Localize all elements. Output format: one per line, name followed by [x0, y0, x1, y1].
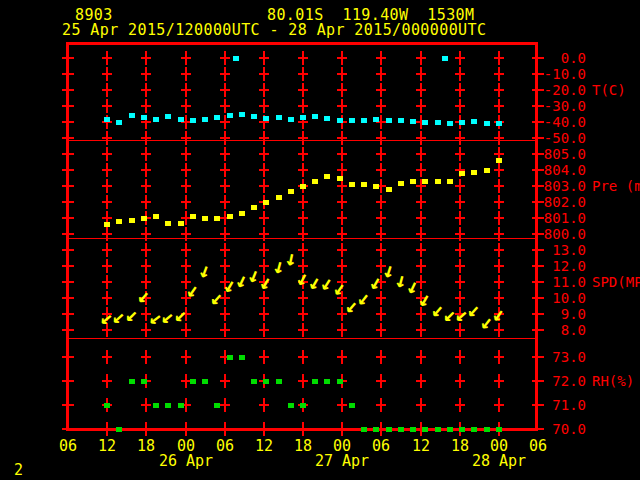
- grid-cross-h: [259, 404, 269, 406]
- grid-cross-h: [494, 185, 504, 187]
- humidity-point: [104, 403, 110, 408]
- grid-cross-h: [337, 217, 347, 219]
- temperature-point: [178, 117, 184, 122]
- axis-tick-left: [62, 404, 74, 406]
- grid-cross-h: [220, 73, 230, 75]
- temperature-point: [288, 117, 294, 122]
- grid-cross-h: [298, 137, 308, 139]
- axis-tick-left: [62, 313, 74, 315]
- axis-tick-left: [62, 137, 74, 139]
- y-tick-label: 803.0: [542, 178, 586, 194]
- grid-cross-h: [141, 185, 151, 187]
- temperature-point: [324, 116, 330, 121]
- pressure-point: [337, 176, 343, 181]
- pressure-point: [435, 179, 441, 184]
- grid-cross-h: [259, 137, 269, 139]
- temperature-point: [214, 115, 220, 120]
- grid-cross-h: [455, 201, 465, 203]
- grid-cross-h: [376, 249, 386, 251]
- grid-cross-h: [102, 89, 112, 91]
- grid-cross-h: [376, 153, 386, 155]
- grid-cross-h: [181, 169, 191, 171]
- pressure-point: [349, 182, 355, 187]
- y-tick-label: 0.0: [542, 50, 586, 66]
- grid-cross-h: [376, 57, 386, 59]
- grid-cross-h: [376, 169, 386, 171]
- temperature-point: [251, 114, 257, 119]
- humidity-point: [214, 403, 220, 408]
- grid-cross-h: [102, 169, 112, 171]
- grid-cross-h: [298, 73, 308, 75]
- humidity-point: [349, 403, 355, 408]
- grid-cross-h: [181, 201, 191, 203]
- grid-cross-h: [181, 249, 191, 251]
- pressure-point: [422, 179, 428, 184]
- grid-cross-h: [102, 281, 112, 283]
- pressure-point: [484, 168, 490, 173]
- x-hour-label: 06: [524, 437, 552, 455]
- grid-cross-h: [337, 137, 347, 139]
- grid-cross-h: [181, 356, 191, 358]
- y-tick-label: -40.0: [542, 114, 586, 130]
- grid-cross-h: [416, 329, 426, 331]
- grid-cross-h: [102, 153, 112, 155]
- pressure-point: [386, 187, 392, 192]
- pressure-point: [251, 205, 257, 210]
- x-hour-label: 18: [446, 437, 474, 455]
- grid-cross-h: [416, 57, 426, 59]
- grid-cross-h: [141, 265, 151, 267]
- axis-tick-left: [62, 153, 74, 155]
- humidity-point: [178, 403, 184, 408]
- grid-cross-h: [102, 428, 112, 430]
- grid-cross-h: [298, 105, 308, 107]
- grid-cross-h: [455, 89, 465, 91]
- grid-cross-h: [337, 89, 347, 91]
- grid-cross-h: [455, 57, 465, 59]
- grid-cross-h: [416, 169, 426, 171]
- humidity-point: [312, 379, 318, 384]
- y-tick-label: 8.0: [542, 322, 586, 338]
- temperature-point: [422, 120, 428, 125]
- grid-cross-h: [376, 105, 386, 107]
- page-number: 2: [14, 463, 23, 477]
- grid-cross-h: [376, 380, 386, 382]
- grid-cross-h: [220, 404, 230, 406]
- grid-cross-h: [455, 265, 465, 267]
- grid-cross-h: [376, 137, 386, 139]
- humidity-point: [141, 379, 147, 384]
- grid-cross-h: [220, 137, 230, 139]
- grid-cross-h: [416, 201, 426, 203]
- pressure-point: [361, 182, 367, 187]
- grid-cross-h: [141, 233, 151, 235]
- grid-cross-h: [259, 249, 269, 251]
- grid-cross-h: [376, 233, 386, 235]
- grid-cross-h: [220, 89, 230, 91]
- grid-cross-h: [102, 217, 112, 219]
- grid-cross-h: [220, 169, 230, 171]
- grid-cross-h: [259, 313, 269, 315]
- pressure-point: [227, 214, 233, 219]
- pressure-point: [324, 174, 330, 179]
- pressure-point: [116, 219, 122, 224]
- grid-cross-h: [102, 249, 112, 251]
- grid-cross-h: [494, 201, 504, 203]
- y-tick-label: 10.0: [542, 290, 586, 306]
- axis-tick-left: [62, 265, 74, 267]
- humidity-point: [373, 427, 379, 432]
- grid-cross-h: [181, 137, 191, 139]
- grid-cross-h: [259, 217, 269, 219]
- grid-cross-h: [220, 329, 230, 331]
- grid-cross-h: [416, 404, 426, 406]
- axis-tick-left: [62, 89, 74, 91]
- axis-tick-left: [62, 169, 74, 171]
- axis-tick-left: [62, 249, 74, 251]
- grid-cross-h: [298, 121, 308, 123]
- grid-cross-h: [494, 233, 504, 235]
- grid-cross-h: [337, 201, 347, 203]
- pressure-point: [288, 189, 294, 194]
- grid-cross-h: [102, 73, 112, 75]
- grid-cross-h: [141, 428, 151, 430]
- grid-cross-h: [494, 249, 504, 251]
- y-tick-label: 9.0: [542, 306, 586, 322]
- temperature-point: [386, 118, 392, 123]
